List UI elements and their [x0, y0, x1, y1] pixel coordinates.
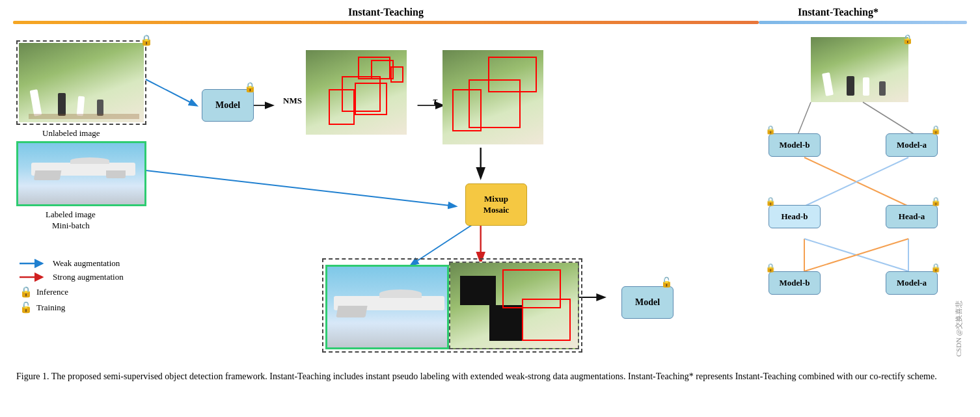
head-a: Head-a	[886, 205, 938, 228]
svg-line-0	[146, 79, 197, 105]
model-box-2: Model	[621, 286, 674, 319]
svg-line-5	[146, 170, 456, 206]
tau-label: τ	[433, 96, 437, 107]
nms-label: NMS	[283, 96, 302, 106]
nms-image	[306, 50, 407, 135]
watermark: CSDN @交换喜悲	[954, 301, 964, 356]
svg-line-6	[411, 219, 481, 265]
lock-unlabeled: 🔒	[140, 34, 153, 46]
lock-model-2: 🔓	[660, 276, 673, 288]
svg-line-16	[804, 239, 908, 271]
mixup-mosaic-box: Mixup Mosaic	[465, 183, 527, 226]
right-header: Instant-Teaching*	[759, 7, 967, 18]
orange-bar	[13, 21, 759, 24]
mosaic-airplane	[325, 265, 449, 349]
blue-bar	[759, 21, 967, 24]
right-baseball-image	[811, 37, 908, 102]
model-b-top: Model-b	[769, 133, 821, 157]
lock-right-img: 🔒	[902, 34, 913, 45]
legend-training: 🔓 Training	[20, 301, 124, 314]
unlabeled-image-box	[16, 40, 146, 125]
diagram-area: Instant-Teaching	[13, 7, 967, 364]
model-a-top: Model-a	[886, 133, 938, 157]
left-header: Instant-Teaching	[13, 7, 759, 18]
mosaic-baseball	[449, 262, 579, 349]
legend-strong: Strong augmentation	[20, 272, 124, 282]
svg-line-17	[798, 102, 811, 135]
mini-batch-label: Mini-batch	[52, 221, 90, 231]
svg-line-12	[804, 157, 908, 206]
left-section: Instant-Teaching	[13, 7, 759, 364]
lock-model-b-bottom: 🔒	[765, 263, 776, 273]
model-b-bottom: Model-b	[769, 271, 821, 295]
lock-model-b-top: 🔒	[765, 125, 776, 135]
head-b: Head-b	[769, 205, 821, 228]
lock-model-a-bottom: 🔒	[931, 263, 941, 273]
lock-head-a: 🔒	[931, 196, 941, 207]
svg-line-18	[863, 102, 915, 135]
lock-model-1: 🔒	[244, 81, 256, 93]
legend: Weak augmentation Strong augmentation 🔒 …	[20, 258, 124, 317]
unlabeled-image-label: Unlabeled image	[42, 128, 100, 139]
svg-line-11	[804, 157, 908, 206]
labeled-image-box	[16, 141, 146, 206]
lock-model-a-top: 🔒	[931, 125, 941, 135]
lock-head-b: 🔒	[765, 196, 776, 207]
svg-line-15	[804, 239, 908, 271]
legend-inference: 🔒 Inference	[20, 286, 124, 298]
caption: Figure 1. The proposed semi-supervised o…	[13, 370, 967, 384]
right-canvas: 🔒 Model-b 🔒 Model-a 🔒 Head-b 🔒	[759, 31, 967, 336]
legend-weak: Weak augmentation	[20, 258, 124, 269]
labeled-image-label: Labeled image	[46, 209, 96, 220]
right-section: Instant-Teaching*	[759, 7, 967, 364]
left-canvas: Unlabeled image 🔒 Labeled image	[13, 31, 759, 349]
model-a-bottom: Model-a	[886, 271, 938, 295]
tau-image	[442, 50, 543, 144]
main-container: Instant-Teaching	[0, 0, 980, 390]
model-box-1: Model	[202, 89, 254, 122]
